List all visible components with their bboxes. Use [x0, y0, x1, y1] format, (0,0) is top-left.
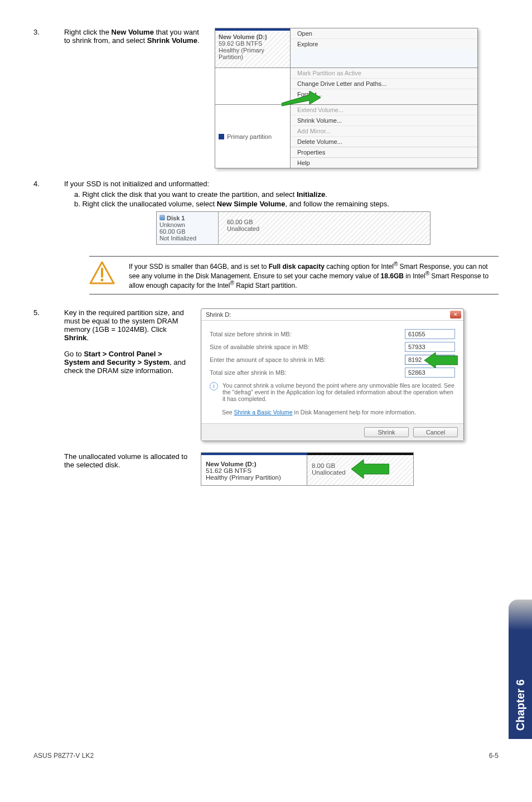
svg-point-3	[101, 279, 104, 282]
primary-partition-legend: Primary partition	[215, 105, 291, 168]
chapter-tab: Chapter 6	[509, 600, 532, 739]
label-enter-amount: Enter the amount of space to shrink in M…	[210, 356, 326, 363]
callout-arrow-icon	[282, 91, 321, 108]
label-total-after: Total size after shrink in MB:	[210, 369, 287, 376]
close-icon[interactable]: ✕	[450, 311, 461, 318]
ctx-mark-active: Mark Partition as Active	[291, 68, 477, 78]
ctx-explore[interactable]: Explore	[291, 38, 477, 49]
svg-marker-4	[424, 352, 458, 368]
value-total-before: 61055	[405, 329, 455, 339]
svg-marker-5	[351, 460, 389, 479]
info-icon: i	[210, 382, 218, 390]
warning-icon	[89, 261, 115, 284]
step4a: a. Right click the disk that you want to…	[74, 190, 499, 199]
step3-text: Right click the New Volume that you want…	[64, 28, 204, 168]
step4b: b. Right click the unallocated volume, s…	[74, 200, 499, 208]
disk1-screenshot: Disk 1 Unknown 60.00 GB Not Initialized …	[156, 211, 431, 245]
allocated-screenshot: New Volume (D:) 51.62 GB NTFS Healthy (P…	[201, 452, 414, 486]
label-total-before: Total size before shrink in MB:	[210, 331, 292, 337]
value-available: 57933	[405, 342, 455, 352]
label-available: Size of available shrink space in MB:	[210, 344, 309, 350]
footer-page: 6-5	[489, 752, 499, 760]
step4-intro: If your SSD is not initialized and unfor…	[64, 180, 499, 188]
ctx-open[interactable]: Open	[291, 28, 477, 38]
step-number: 4.	[33, 180, 64, 188]
alloc-status: Unallocated	[312, 469, 346, 476]
warning-text: If your SSD is smaller than 64GB, and is…	[129, 261, 499, 289]
shrink-dialog: Shrink D: ✕ Total size before shrink in …	[201, 308, 464, 441]
value-total-after: 52863	[405, 368, 455, 378]
disk1-title: Disk 1	[167, 215, 185, 221]
disk-management-screenshot: New Volume (D:) 59.62 GB NTFS Healthy (P…	[215, 28, 478, 168]
dialog-info-text: You cannot shrink a volume beyond the po…	[223, 382, 455, 402]
step5-p1: Key in the required partition size, and …	[64, 308, 190, 342]
blank-area	[215, 68, 291, 104]
cancel-button[interactable]: Cancel	[413, 427, 458, 437]
ctx-delete[interactable]: Delete Volume...	[291, 136, 477, 147]
callout-arrow-icon	[351, 460, 389, 479]
allocated-text: The unallocated volume is allocated to t…	[64, 452, 190, 486]
svg-marker-0	[282, 91, 321, 106]
alloc-vol-name: New Volume (D:)	[206, 461, 257, 467]
ctx-help[interactable]: Help	[291, 157, 477, 168]
warning-callout: If your SSD is smaller than 64GB, and is…	[89, 256, 499, 294]
alloc-size: 8.00 GB	[312, 462, 335, 469]
help-link[interactable]: Shrink a Basic Volume	[234, 409, 293, 416]
dialog-see-line: See Shrink a Basic Volume in Disk Manage…	[222, 409, 455, 416]
dialog-title: Shrink D:	[206, 311, 231, 318]
volume-cell: New Volume (D:) 59.62 GB NTFS Healthy (P…	[215, 28, 291, 67]
ctx-add-mirror: Add Mirror...	[291, 125, 477, 136]
footer-product: ASUS P8Z77-V LK2	[33, 752, 94, 760]
callout-arrow-icon	[424, 352, 458, 368]
context-menu: Open Explore	[291, 28, 477, 49]
step-number: 3.	[33, 28, 64, 36]
ctx-change-letter[interactable]: Change Drive Letter and Paths...	[291, 78, 477, 89]
ctx-properties[interactable]: Properties	[291, 147, 477, 157]
shrink-button[interactable]: Shrink	[364, 427, 409, 437]
step5-p2: Go to Start > Control Panel > System and…	[64, 350, 190, 375]
ctx-shrink[interactable]: Shrink Volume...	[291, 115, 477, 125]
step-number: 5.	[33, 308, 64, 317]
